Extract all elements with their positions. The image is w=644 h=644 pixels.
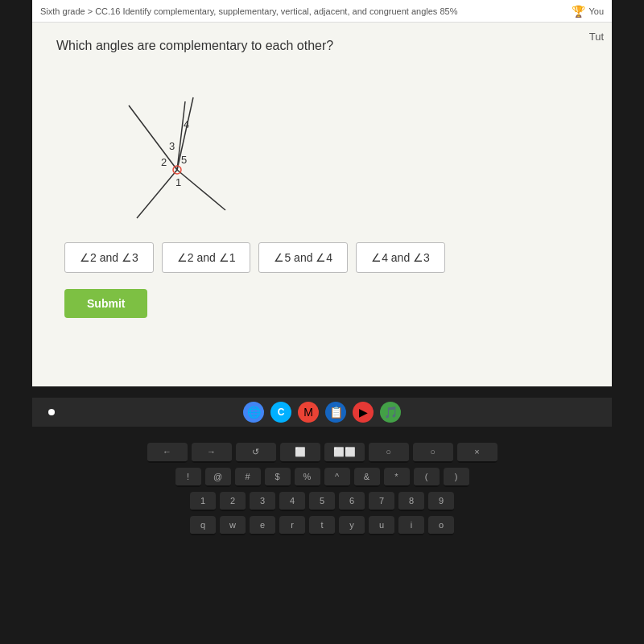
key-7[interactable]: 7 (369, 492, 394, 511)
answer-btn-2[interactable]: ∠2 and ∠1 (162, 242, 251, 273)
submit-button[interactable]: Submit (64, 289, 147, 318)
svg-text:1: 1 (175, 176, 181, 188)
c-icon[interactable]: C (270, 402, 291, 423)
docs-icon[interactable]: 📋 (325, 402, 346, 423)
gmail-icon[interactable]: M (298, 402, 319, 423)
angle-svg: 4 3 2 5 1 (89, 65, 250, 226)
key-&[interactable]: & (354, 468, 380, 487)
key-refresh[interactable]: ↺ (236, 443, 276, 463)
chrome-icon[interactable]: 🌐 (243, 402, 264, 423)
svg-text:2: 2 (161, 156, 167, 168)
key-q[interactable]: q (190, 516, 216, 535)
key-row-fn: ← → ↺ ⬜ ⬜⬜ ○ ○ × (24, 443, 620, 463)
key-)[interactable]: ) (444, 468, 469, 487)
key-#[interactable]: # (235, 468, 261, 487)
key-![interactable]: ! (175, 468, 201, 487)
key-^[interactable]: ^ (324, 468, 350, 487)
answer-btn-1[interactable]: ∠2 and ∠3 (64, 242, 154, 273)
angle-diagram: 4 3 2 5 1 (89, 65, 250, 226)
key-r[interactable]: r (279, 516, 305, 535)
tut-label: Tut (589, 31, 604, 43)
keyboard-area: ← → ↺ ⬜ ⬜⬜ ○ ○ × ! @ # $ % ^ & * ( ) 1 2… (0, 427, 644, 644)
key-5[interactable]: 5 (309, 492, 335, 511)
key-$[interactable]: $ (265, 468, 291, 487)
key-6[interactable]: 6 (339, 492, 365, 511)
keyboard: ← → ↺ ⬜ ⬜⬜ ○ ○ × ! @ # $ % ^ & * ( ) 1 2… (0, 427, 644, 548)
svg-text:4: 4 (184, 118, 189, 130)
key-bright-down[interactable]: ○ (369, 443, 409, 463)
key-t[interactable]: t (309, 516, 335, 535)
key-1[interactable]: 1 (190, 492, 216, 511)
key-y[interactable]: y (339, 516, 365, 535)
taskbar: 🌐 C M 📋 ▶ 🎵 (32, 398, 612, 427)
key-i[interactable]: i (398, 516, 424, 535)
breadcrumb: Sixth grade > CC.16 Identify complementa… (40, 6, 572, 16)
content-area: Tut Which angles are complementary to ea… (32, 23, 612, 386)
key-e[interactable]: e (250, 516, 275, 535)
trophy-icon: 🏆 (572, 5, 585, 18)
key-8[interactable]: 8 (398, 492, 424, 511)
key-fullscreen[interactable]: ⬜⬜ (324, 443, 365, 463)
svg-line-3 (177, 170, 225, 210)
key-*[interactable]: * (384, 468, 410, 487)
key-9[interactable]: 9 (428, 492, 454, 511)
key-row-qwerty: q w e r t y u i o (24, 516, 620, 535)
key-@[interactable]: @ (205, 468, 231, 487)
key-forward[interactable]: → (192, 443, 232, 463)
svg-text:5: 5 (181, 154, 187, 166)
taskbar-dot (48, 409, 55, 415)
key-bright-up[interactable]: ○ (413, 443, 453, 463)
key-%[interactable]: % (295, 468, 320, 487)
key-row-1-9: 1 2 3 4 5 6 7 8 9 (24, 492, 620, 511)
key-window[interactable]: ⬜ (280, 443, 320, 463)
key-power[interactable]: × (457, 443, 497, 463)
key-2[interactable]: 2 (220, 492, 246, 511)
top-right-area: 🏆 You (572, 5, 604, 18)
key-back[interactable]: ← (147, 443, 188, 463)
key-4[interactable]: 4 (279, 492, 305, 511)
youtube-icon[interactable]: ▶ (353, 402, 374, 423)
top-bar: Sixth grade > CC.16 Identify complementa… (32, 0, 612, 23)
you-label: You (588, 6, 604, 16)
key-([interactable]: ( (414, 468, 440, 487)
key-o[interactable]: o (428, 516, 454, 535)
key-row-numbers: ! @ # $ % ^ & * ( ) (24, 468, 620, 487)
key-u[interactable]: u (369, 516, 394, 535)
question-text: Which angles are complementary to each o… (56, 39, 588, 53)
key-w[interactable]: w (220, 516, 246, 535)
music-icon[interactable]: 🎵 (380, 402, 401, 423)
key-3[interactable]: 3 (250, 492, 275, 511)
answer-choices: ∠2 and ∠3 ∠2 and ∠1 ∠5 and ∠4 ∠4 and ∠3 (64, 242, 588, 273)
answer-btn-3[interactable]: ∠5 and ∠4 (258, 242, 348, 273)
svg-line-0 (129, 105, 177, 170)
svg-text:3: 3 (169, 140, 175, 152)
svg-line-2 (137, 170, 177, 218)
answer-btn-4[interactable]: ∠4 and ∠3 (356, 242, 445, 273)
